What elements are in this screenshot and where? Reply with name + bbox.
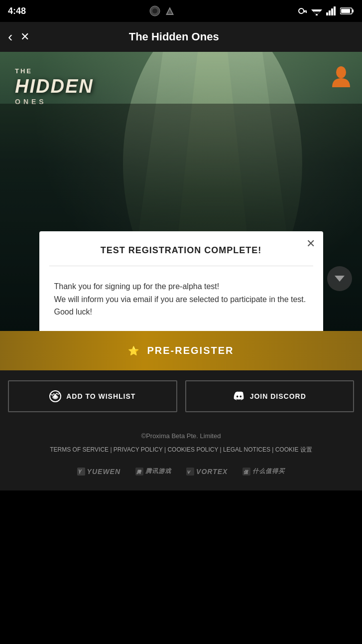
logo-hidden: HIDDEN	[15, 76, 94, 97]
status-time: 4:48	[8, 6, 26, 16]
terms-link[interactable]: TERMS OF SERVICE	[50, 446, 109, 453]
footer-sponsors: Y YUEWEN 腾 腾讯游戏 V VORTEX 值 什么值得买	[0, 462, 362, 490]
back-button[interactable]: ‹	[8, 29, 12, 45]
app-icon-1	[149, 5, 160, 16]
svg-rect-12	[329, 10, 331, 15]
wishlist-label: ADD TO WISHLIST	[66, 392, 135, 400]
footer-links: TERMS OF SERVICE | PRIVACY POLICY | COOK…	[0, 444, 362, 462]
cookies-link[interactable]: COOKIES POLICY	[167, 446, 218, 453]
steam-icon	[49, 390, 61, 402]
svg-rect-7	[304, 11, 305, 12]
modal-divider-top	[49, 266, 313, 266]
add-to-wishlist-button[interactable]: ADD TO WISHLIST	[8, 380, 177, 412]
modal-close-x-button[interactable]: ✕	[306, 237, 315, 250]
yuewen-logo: Y YUEWEN	[77, 468, 121, 476]
sponsor4-logo: 值 什么值得买	[242, 467, 285, 476]
wishlist-section: ADD TO WISHLIST JOIN DISCORD	[0, 370, 362, 422]
user-icon[interactable]	[330, 64, 352, 89]
hero-image: THE HIDDEN ONES ✕ TEST REGISTRATION COMP…	[0, 52, 362, 331]
signal-icon	[326, 6, 336, 15]
svg-point-1	[152, 8, 157, 13]
preregister-icon: ⭐	[128, 345, 139, 356]
svg-text:值: 值	[243, 470, 249, 475]
bottom-section: ⭐ PRE-REGISTER ADD TO WISHLIST JOIN DISC…	[0, 331, 362, 490]
wifi-icon	[311, 6, 322, 15]
game-logo: THE HIDDEN ONES	[15, 67, 94, 107]
svg-text:腾: 腾	[136, 470, 142, 475]
sponsor2-logo: 腾 腾讯游戏	[135, 467, 171, 476]
status-bar: 4:48	[0, 0, 362, 22]
vortex-logo: V VORTEX	[186, 468, 228, 476]
logo-the: THE	[15, 67, 94, 76]
modal-dialog: ✕ TEST REGISTRATION COMPLETE! Thank you …	[39, 231, 323, 331]
svg-rect-6	[306, 11, 307, 13]
preregister-label: PRE-REGISTER	[147, 345, 234, 356]
svg-rect-17	[341, 9, 350, 13]
nav-bar: ‹ ✕ The Hidden Ones	[0, 22, 362, 52]
discord-icon	[233, 390, 245, 402]
svg-rect-11	[326, 12, 328, 15]
status-right-icons	[298, 6, 354, 15]
app-icon-2	[164, 5, 175, 16]
join-discord-button[interactable]: JOIN DISCORD	[185, 380, 355, 412]
status-icons	[149, 5, 175, 16]
footer-copyright: ©Proxima Beta Pte. Limited	[0, 422, 362, 444]
key-icon	[298, 6, 307, 15]
svg-text:V: V	[187, 470, 191, 475]
battery-icon	[340, 7, 354, 15]
page-title: The Hidden Ones	[37, 30, 310, 43]
preregister-bar: ⭐ PRE-REGISTER	[0, 331, 362, 370]
svg-point-18	[336, 66, 346, 78]
svg-rect-14	[334, 6, 336, 15]
svg-text:Y: Y	[78, 469, 82, 475]
close-button[interactable]: ✕	[20, 30, 29, 43]
modal-header: TEST REGISTRATION COMPLETE!	[39, 231, 323, 262]
privacy-link[interactable]: PRIVACY POLICY	[114, 446, 163, 453]
svg-rect-16	[352, 9, 354, 12]
legal-link[interactable]: LEGAL NOTICES	[223, 446, 270, 453]
svg-point-4	[299, 8, 304, 13]
modal-title: TEST REGISTRATION COMPLETE!	[54, 245, 308, 256]
cookie-settings-link[interactable]: COOKIE 设置	[275, 446, 312, 453]
discord-label: JOIN DISCORD	[250, 392, 306, 400]
svg-rect-13	[331, 8, 333, 15]
svg-rect-5	[303, 10, 307, 11]
modal-body: Thank you for signing up for the pre-alp…	[39, 270, 323, 328]
